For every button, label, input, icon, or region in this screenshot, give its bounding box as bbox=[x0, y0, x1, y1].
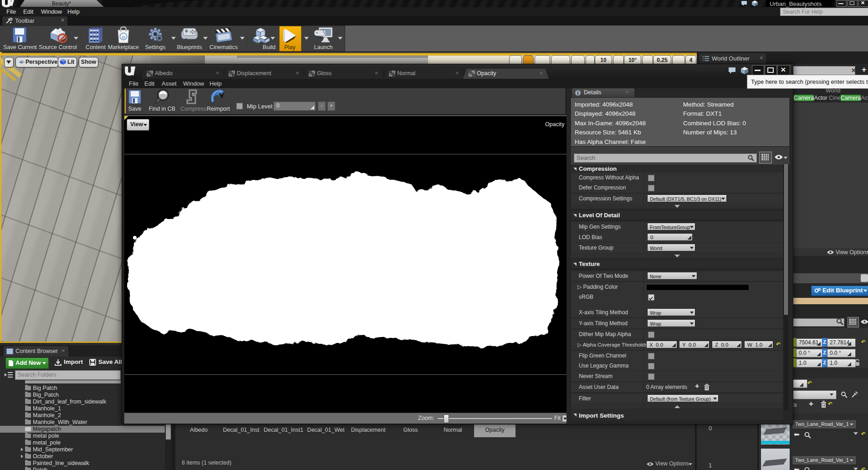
svg-text:u: u bbox=[122, 34, 125, 40]
